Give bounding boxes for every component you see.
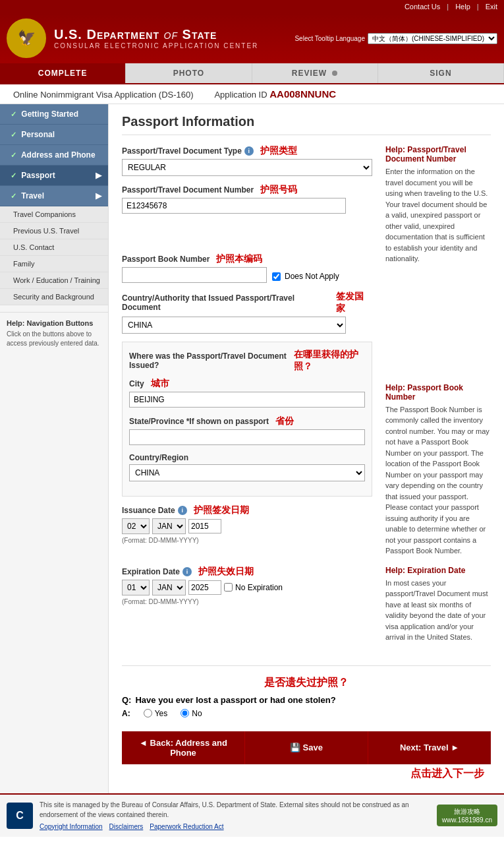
issued-section: Where was the Passport/Travel Document I… <box>122 342 372 497</box>
language-select[interactable]: 中文（简体）(CHINESE-SIMPLIFIED) <box>368 33 497 44</box>
country-chinese: 签发国家 <box>336 291 372 315</box>
does-not-apply-checkbox[interactable] <box>272 272 281 281</box>
check-icon: ✓ <box>11 192 16 200</box>
issuance-date-label: Issuance Date i 护照签发日期 <box>122 504 372 516</box>
sidebar-item-personal[interactable]: ✓ Personal <box>0 125 108 145</box>
header-right: Select Tooltip Language 中文（简体）(CHINESE-S… <box>294 33 497 44</box>
travel-guide-logo: 旅游攻略www.1681989.cn <box>437 805 497 826</box>
passport-number-label: Passport/Travel Document Number 护照号码 <box>122 184 372 196</box>
sidebar-item-passport[interactable]: ✓ Passport ▶ <box>0 166 108 186</box>
tooltip-label: Select Tooltip Language <box>294 35 365 42</box>
help-exp-text: In most cases your passport/Travel Docum… <box>385 578 491 643</box>
expiration-dd-select[interactable]: 01 <box>122 580 150 595</box>
issuance-mmm-select[interactable]: JAN <box>152 518 186 534</box>
info-icon-passport-type[interactable]: i <box>244 146 254 156</box>
sidebar-item-getting-started[interactable]: ✓ Getting Started <box>0 104 108 125</box>
footer: C This site is managed by the Bureau of … <box>0 793 504 837</box>
issuance-yyyy-input[interactable] <box>188 519 221 533</box>
top-bar: Contact Us | Help | Exit <box>0 0 504 13</box>
city-input[interactable] <box>129 392 365 408</box>
passport-book-label: Passport Book Number 护照本编码 <box>122 253 372 265</box>
issued-where-question: Where was the Passport/Travel Document I… <box>129 349 365 373</box>
expiration-yyyy-input[interactable] <box>188 580 221 595</box>
app-id-value: AA008NNUNC <box>269 88 336 100</box>
sidebar-sub-security[interactable]: Security and Background <box>0 289 108 305</box>
tab-sign[interactable]: SIGN <box>378 63 504 83</box>
footer-text: This site is managed by the Bureau of Co… <box>40 800 430 832</box>
country-region-select[interactable]: CHINA <box>129 464 365 481</box>
passport-number-chinese: 护照号码 <box>260 184 297 196</box>
back-button[interactable]: ◄ Back: Address and Phone <box>122 731 245 764</box>
issuance-date-format: (Format: DD-MMM-YYYY) <box>122 537 372 544</box>
issuance-date-group: Issuance Date i 护照签发日期 02 JAN (Format: D <box>122 504 372 544</box>
bottom-nav: ◄ Back: Address and Phone 💾 Save Next: T… <box>122 731 491 764</box>
info-icon-issuance[interactable]: i <box>178 506 187 515</box>
sidebar: ✓ Getting Started ✓ Personal ✓ Address a… <box>0 104 109 793</box>
passport-type-select[interactable]: REGULAR <box>122 159 372 176</box>
help-column: Help: Passport/Travel Document Number En… <box>385 145 491 566</box>
arrow-icon: ▶ <box>96 171 101 180</box>
lost-no-label: No <box>192 709 202 718</box>
disclaimers-link[interactable]: Disclaimers <box>109 822 144 832</box>
city-chinese: 城市 <box>151 378 169 390</box>
sidebar-sub-previous-travel[interactable]: Previous U.S. Travel <box>0 223 108 239</box>
passport-book-input[interactable] <box>122 267 267 283</box>
contact-us-link[interactable]: Contact Us <box>405 3 440 11</box>
lost-yes-radio[interactable] <box>144 709 152 717</box>
lost-answer-label: A: <box>122 709 130 718</box>
app-id-label: Application ID <box>214 90 267 100</box>
passport-type-label: Passport/Travel Document Type i 护照类型 <box>122 145 372 157</box>
issuance-dd-select[interactable]: 02 <box>122 518 150 534</box>
paperwork-link[interactable]: Paperwork Reduction Act <box>150 822 223 832</box>
lost-passport-q-label: Q: <box>122 695 131 705</box>
country-region-label: Country/Region <box>129 453 365 462</box>
tab-review[interactable]: REVIEW <box>252 63 378 83</box>
passport-book-chinese: 护照本编码 <box>216 253 262 265</box>
issuance-date-chinese: 护照签发日期 <box>194 504 249 516</box>
expiration-mmm-select[interactable]: JAN <box>152 580 186 595</box>
save-button[interactable]: 💾 Save <box>245 731 368 764</box>
issued-where-chinese: 在哪里获得的护照？ <box>294 349 365 373</box>
lost-no-radio[interactable] <box>181 709 189 717</box>
help-passport-text: Enter the information on the travel docu… <box>385 166 491 264</box>
state-input[interactable] <box>129 429 365 445</box>
city-label: City 城市 <box>129 378 365 390</box>
no-expiration-checkbox[interactable] <box>224 583 233 592</box>
expiration-section: Expiration Date i 护照失效日期 01 JAN No E <box>122 566 491 652</box>
sidebar-sub-us-contact[interactable]: U.S. Contact <box>0 239 108 256</box>
sub-title: CONSULAR ELECTRONIC APPLICATION CENTER <box>54 42 258 49</box>
copyright-link[interactable]: Copyright Information <box>40 822 103 832</box>
country-issued-group: Country/Authority that Issued Passport/T… <box>122 291 372 334</box>
sidebar-sub-family[interactable]: Family <box>0 256 108 272</box>
app-id-bar: Online Nonimmigrant Visa Application (DS… <box>0 84 504 104</box>
help-passport-title: Help: Passport/Travel Document Number <box>385 145 491 164</box>
exit-link[interactable]: Exit <box>486 3 497 11</box>
expiration-date-label: Expiration Date i 护照失效日期 <box>122 566 372 578</box>
tab-photo[interactable]: PHOTO <box>126 63 252 83</box>
seal-logo: 🦅 <box>7 18 46 58</box>
help-exp-title: Help: Expiration Date <box>385 566 491 575</box>
main-layout: ✓ Getting Started ✓ Personal ✓ Address a… <box>0 104 504 793</box>
passport-type-group: Passport/Travel Document Type i 护照类型 REG… <box>122 145 372 176</box>
info-icon-expiration[interactable]: i <box>182 567 192 576</box>
passport-number-group: Passport/Travel Document Number 护照号码 <box>122 184 372 214</box>
sidebar-sub-work-education[interactable]: Work / Education / Training <box>0 272 108 289</box>
lost-passport-q-row: Q: Have you ever lost a passport or had … <box>122 695 491 705</box>
tab-complete[interactable]: COMPLETE <box>0 63 126 83</box>
expiration-date-format: (Format: DD-MMM-YYYY) <box>122 598 372 605</box>
lost-passport-section: 是否遗失过护照？ Q: Have you ever lost a passpor… <box>122 665 491 718</box>
footer-links: Copyright Information Disclaimers Paperw… <box>40 822 430 832</box>
country-issued-select[interactable]: CHINA <box>122 317 346 334</box>
country-issued-label: Country/Authority that Issued Passport/T… <box>122 291 372 315</box>
expiration-date-chinese: 护照失效日期 <box>198 566 254 578</box>
lost-passport-chinese: 是否遗失过护照？ <box>122 676 491 690</box>
expiration-date-group: Expiration Date i 护照失效日期 01 JAN No E <box>122 566 372 605</box>
sidebar-sub-travel-companions[interactable]: Travel Companions <box>0 206 108 223</box>
help-link[interactable]: Help <box>455 3 470 11</box>
sidebar-item-address[interactable]: ✓ Address and Phone <box>0 145 108 166</box>
sidebar-item-travel[interactable]: ✓ Travel ▶ <box>0 186 108 206</box>
next-button[interactable]: Next: Travel ► <box>368 731 491 764</box>
passport-number-input[interactable] <box>122 198 346 214</box>
state-chinese: 省份 <box>275 415 294 427</box>
passport-book-row: Does Not Apply <box>122 267 372 283</box>
